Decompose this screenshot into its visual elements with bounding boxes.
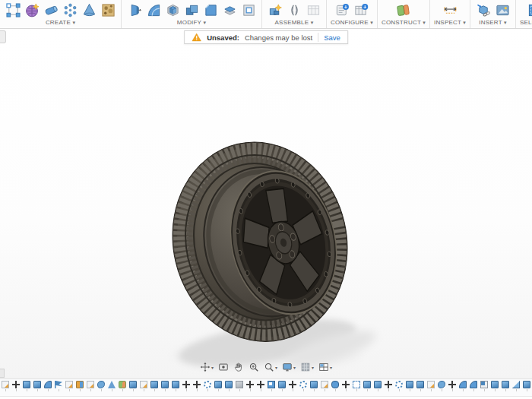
timeline-feature-move[interactable]: [341, 381, 350, 391]
timeline-feature-mesh[interactable]: [437, 381, 446, 391]
timeline-feature-pattern[interactable]: [394, 381, 404, 391]
timeline-feature-extrude[interactable]: [160, 381, 169, 391]
toolbar-group-label[interactable]: CREATE ▾: [46, 19, 75, 27]
timeline-feature-move[interactable]: [288, 381, 297, 391]
press-pull-button[interactable]: [125, 2, 144, 18]
timeline-feature-extrude[interactable]: [171, 381, 180, 391]
timeline-feature-sketch[interactable]: [65, 381, 74, 391]
timeline-feature-flag[interactable]: [54, 381, 63, 391]
toolbar-group-label[interactable]: CONSTRUCT ▾: [382, 19, 426, 27]
timeline-feature-cylinder[interactable]: [331, 381, 340, 391]
display-settings-button[interactable]: ▾: [280, 361, 297, 373]
timeline-feature-gray[interactable]: [235, 381, 244, 391]
toolbar-group-label[interactable]: MODIFY ▾: [177, 19, 206, 27]
timeline-feature-move[interactable]: [256, 381, 265, 391]
timeline-feature-extrude[interactable]: [214, 381, 223, 391]
create-points-button[interactable]: [61, 2, 79, 18]
timeline-feature-extrude[interactable]: [363, 381, 372, 391]
combine-button[interactable]: [182, 2, 201, 18]
timeline-feature-extrude[interactable]: [501, 381, 510, 391]
timeline-feature-fillet[interactable]: [458, 381, 467, 391]
timeline-feature-extrude[interactable]: [522, 381, 531, 391]
timeline-feature-extrude[interactable]: [490, 381, 499, 391]
timeline-feature-fillet[interactable]: [469, 381, 478, 391]
chevron-down-icon[interactable]: ▾: [330, 365, 332, 370]
chevron-down-icon[interactable]: ▾: [293, 365, 296, 370]
timeline-feature-extrude[interactable]: [416, 381, 425, 391]
create-form-button[interactable]: [23, 2, 41, 18]
toolbar-group-label[interactable]: INSPECT ▾: [434, 19, 466, 27]
wheel-tire-model[interactable]: [152, 128, 388, 378]
timeline-feature-cone[interactable]: [107, 381, 116, 391]
pan-button[interactable]: [232, 361, 245, 373]
timeline-feature-plane[interactable]: [118, 381, 127, 391]
timeline-feature-sketch[interactable]: [426, 381, 435, 391]
chevron-down-icon[interactable]: ▾: [312, 365, 314, 370]
timeline-feature-extrude[interactable]: [33, 381, 42, 391]
offset-face-button[interactable]: [239, 2, 258, 18]
joint-button[interactable]: [285, 2, 303, 18]
grid-and-snaps-button[interactable]: ▾: [299, 361, 315, 373]
shell-button[interactable]: [163, 2, 182, 18]
timeline-feature-extrude[interactable]: [128, 381, 138, 391]
chamfer-button[interactable]: [201, 2, 220, 18]
timeline-feature-cut[interactable]: [480, 381, 489, 391]
insert-canvas-button[interactable]: [493, 2, 511, 18]
timeline-feature-pattern[interactable]: [299, 381, 308, 391]
timeline-feature-move[interactable]: [182, 381, 191, 391]
timeline-feature-move[interactable]: [245, 381, 255, 391]
insert-mesh-button[interactable]: [474, 2, 492, 18]
select-tool-button[interactable]: [525, 2, 532, 18]
timeline-track[interactable]: [0, 378, 532, 397]
configuration-table-button[interactable]: [352, 2, 370, 18]
timeline-feature-select[interactable]: [352, 381, 361, 391]
timeline-feature-sketch[interactable]: [1, 381, 10, 391]
timeline-feature-extrude[interactable]: [150, 381, 159, 391]
timeline-feature-mesh[interactable]: [97, 381, 106, 391]
timeline-feature-fillet[interactable]: [43, 381, 52, 391]
timeline-feature-extrude[interactable]: [277, 381, 287, 391]
zoom-button[interactable]: [247, 361, 261, 373]
timeline-feature-sketch[interactable]: [139, 381, 148, 391]
timeline-feature-sketch[interactable]: [320, 381, 329, 391]
toolbar-group-label[interactable]: SELECT ▾: [520, 19, 532, 27]
create-cone-button[interactable]: [80, 2, 98, 18]
timeline-feature-move[interactable]: [384, 381, 393, 391]
timeline-feature-extrude[interactable]: [224, 381, 233, 391]
timeline-feature-move[interactable]: [192, 381, 201, 391]
look-at-button[interactable]: [217, 361, 230, 373]
save-button[interactable]: Save: [324, 33, 340, 42]
timeline-feature-wedge[interactable]: [511, 381, 521, 391]
toolbar-group-label[interactable]: CONFIGURE ▾: [331, 19, 373, 27]
timeline-feature-move[interactable]: [11, 381, 21, 391]
viewports-button[interactable]: ▾: [317, 361, 334, 373]
new-component-button[interactable]: [266, 2, 284, 18]
create-cylinder-button[interactable]: [42, 2, 60, 18]
measure-button[interactable]: [441, 2, 459, 18]
timeline-feature-pattern[interactable]: [203, 381, 212, 391]
split-body-button[interactable]: [220, 2, 239, 18]
fillet-button[interactable]: [144, 2, 163, 18]
timeline-feature-sketch[interactable]: [86, 381, 95, 391]
construct-plane-button[interactable]: [394, 2, 413, 18]
create-mesh-texture-button[interactable]: [99, 2, 117, 18]
timeline-feature-extrude[interactable]: [309, 381, 318, 391]
toolbar-group-label[interactable]: INSERT ▾: [479, 19, 506, 27]
browser-collapse-tab[interactable]: [0, 30, 6, 43]
chevron-down-icon[interactable]: ▾: [211, 365, 214, 370]
timeline-feature-move[interactable]: [448, 381, 457, 391]
timeline-feature-extrude[interactable]: [22, 381, 31, 391]
chevron-down-icon[interactable]: ▾: [275, 365, 277, 370]
timeline-feature-shell[interactable]: [267, 381, 276, 391]
timeline-feature-extrude[interactable]: [405, 381, 414, 391]
timeline-feature-revolve[interactable]: [75, 381, 84, 391]
timeline-scroll-stub[interactable]: [0, 369, 5, 378]
orbit-button[interactable]: ▾: [198, 361, 215, 373]
timeline-feature-extrude[interactable]: [373, 381, 382, 391]
configuration-button[interactable]: [333, 2, 351, 18]
toolbar-group-label[interactable]: ASSEMBLE ▾: [275, 19, 314, 27]
joint-table-button[interactable]: [304, 2, 322, 18]
create-sketch-button[interactable]: [4, 2, 22, 18]
fit-button[interactable]: ▾: [262, 361, 279, 373]
viewport-canvas[interactable]: Unsaved: Changes may be lost Save: [0, 29, 532, 378]
